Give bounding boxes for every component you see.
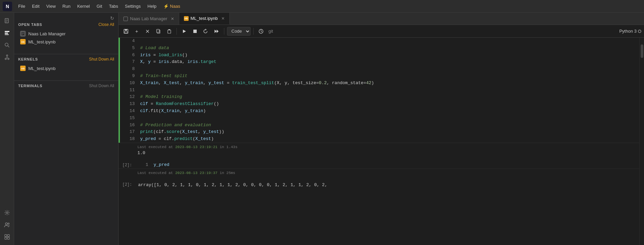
open-tab-ml-label: ML_test.ipynb <box>28 39 56 44</box>
svg-rect-4 <box>5 31 9 32</box>
code-line-14: 14 clf.fit(X_train, y_train) <box>122 108 639 115</box>
cell-type-select[interactable]: Code <box>227 27 251 36</box>
git-label[interactable]: git <box>268 29 273 34</box>
code-line-16: 16 # Prediction and evaluation <box>122 122 639 129</box>
kernel-ml-label: ML_test.ipynb <box>28 66 56 71</box>
svg-point-16 <box>5 223 7 225</box>
sidebar-btn-running[interactable] <box>2 28 12 38</box>
plus-icon: + <box>135 28 138 34</box>
svg-marker-38 <box>215 30 217 33</box>
tab-ml-test[interactable]: nb ML_test.ipynb ✕ <box>179 13 230 25</box>
open-tab-ml-test[interactable]: nb ML_test.ipynb <box>18 38 114 46</box>
svg-marker-36 <box>183 30 186 33</box>
toolbar-right: Python 3 <box>619 29 641 34</box>
sidebar-btn-git[interactable] <box>2 52 12 63</box>
close-all-button[interactable]: Close All <box>98 22 114 27</box>
tab-naas-lab-label: Naas Lab Manager <box>130 16 167 21</box>
kernel-ml-test[interactable]: nb ML_test.ipynb <box>18 64 114 72</box>
main-layout: ↻ OPEN TABS Close All Naas Lab Manager n… <box>0 13 644 245</box>
svg-rect-21 <box>7 237 9 239</box>
code-line-18: 18 y_pred = clf.predict(X_test) <box>122 136 639 143</box>
menu-view[interactable]: View <box>43 2 58 10</box>
menu-kernel[interactable]: Kernel <box>74 2 93 10</box>
cell-3: [2]: array([1, 0, 2, 1, 1, 0, 1, 2, 1, 1… <box>119 181 639 189</box>
toolbar: + C <box>119 25 644 38</box>
menu-naas[interactable]: ⚡ Naas <box>161 2 183 10</box>
sidebar-btn-search[interactable] <box>2 40 12 50</box>
code-line-4: 4 <box>122 38 639 45</box>
clock-button[interactable] <box>256 27 266 36</box>
sidebar-btn-settings[interactable] <box>2 207 12 218</box>
svg-rect-35 <box>168 29 170 30</box>
shutdown-all-kernels-button[interactable]: Shut Down All <box>89 57 114 62</box>
code-line-15: 15 <box>122 115 639 122</box>
cell-2: [2]: 1 y_pred Last executed at 2023-08-1… <box>119 162 639 178</box>
shutdown-all-terminals-button[interactable]: Shut Down All <box>89 83 114 88</box>
svg-rect-28 <box>125 29 127 31</box>
file-icon <box>20 31 26 36</box>
naas-label: Naas <box>170 4 180 9</box>
svg-rect-34 <box>168 30 171 33</box>
svg-marker-39 <box>217 30 219 33</box>
paste-button[interactable] <box>164 27 174 36</box>
scrollbar-thumb[interactable] <box>641 44 643 58</box>
tab-bar: Naas Lab Manager ✕ nb ML_test.ipynb ✕ <box>119 13 644 25</box>
menu-tabs[interactable]: Tabs <box>106 2 121 10</box>
cell-3-execution: [2]: <box>119 181 135 187</box>
open-tabs-title: OPEN TABS <box>18 23 42 27</box>
panel-header: ↻ <box>14 13 118 22</box>
open-tab-naas-lab[interactable]: Naas Lab Manager <box>18 30 114 38</box>
close-naas-tab[interactable]: ✕ <box>171 16 174 21</box>
tab-naas-lab[interactable]: Naas Lab Manager ✕ <box>119 13 179 25</box>
add-cell-button[interactable]: + <box>132 27 141 36</box>
menu-run[interactable]: Run <box>60 2 73 10</box>
scrollbar-right[interactable] <box>639 38 644 245</box>
code-area[interactable]: 4 5 # Load data 6 iris = load <box>119 38 639 245</box>
svg-rect-19 <box>7 235 9 237</box>
save-button[interactable] <box>121 27 131 36</box>
terminals-header: TERMINALS Shut Down All <box>18 83 114 88</box>
close-ml-tab[interactable]: ✕ <box>221 16 225 21</box>
run-button[interactable] <box>180 27 189 36</box>
sidebar-btn-files[interactable] <box>2 15 12 26</box>
sidebar-btn-users[interactable] <box>2 219 12 230</box>
svg-rect-5 <box>5 33 8 34</box>
menu-edit[interactable]: Edit <box>29 2 42 10</box>
code-line-5: 5 # Load data <box>122 45 639 52</box>
cell-gap-2 <box>119 178 639 181</box>
output-1: Last executed at 2023-08-13 23:19:21 in … <box>119 143 639 158</box>
cell-gap <box>119 158 639 162</box>
menubar: N File Edit View Run Kernel Git Tabs Set… <box>0 0 644 13</box>
svg-rect-22 <box>21 32 25 36</box>
terminals-title: TERMINALS <box>18 84 42 88</box>
cut-button[interactable] <box>143 27 152 36</box>
panel-sidebar: ↻ OPEN TABS Close All Naas Lab Manager n… <box>14 13 119 245</box>
output-2: Last executed at 2023-08-13 23:19:37 in … <box>119 169 639 178</box>
terminals-section: TERMINALS Shut Down All <box>14 83 118 96</box>
restart-button[interactable] <box>201 27 211 36</box>
refresh-icon[interactable]: ↻ <box>110 15 114 21</box>
kernels-header: KERNELS Shut Down All <box>18 57 114 62</box>
svg-point-11 <box>8 58 9 60</box>
code-line-13: 13 clf = RandomForestClassifier() <box>122 101 639 108</box>
lightning-icon: ⚡ <box>163 4 169 9</box>
kernel-status: Python 3 <box>619 29 641 34</box>
copy-button[interactable] <box>154 27 163 36</box>
menu-settings[interactable]: Settings <box>122 2 143 10</box>
svg-rect-26 <box>124 17 128 21</box>
sidebar-btn-extensions[interactable] <box>2 232 12 242</box>
menu-help[interactable]: Help <box>145 2 159 10</box>
svg-rect-37 <box>193 30 197 33</box>
code-line-8: 8 <box>122 66 639 73</box>
toolbar-sep-1 <box>176 28 177 35</box>
editor-area: Naas Lab Manager ✕ nb ML_test.ipynb ✕ + <box>119 13 644 245</box>
code-line-12: 12 # Model training <box>122 94 639 101</box>
fast-forward-button[interactable] <box>212 27 221 36</box>
cell-bar-1 <box>119 38 120 143</box>
menu-file[interactable]: File <box>15 2 28 10</box>
svg-point-9 <box>6 55 8 56</box>
stop-button[interactable] <box>190 27 200 36</box>
menu-git[interactable]: Git <box>94 2 105 10</box>
svg-rect-18 <box>5 235 7 237</box>
svg-point-10 <box>5 58 6 60</box>
